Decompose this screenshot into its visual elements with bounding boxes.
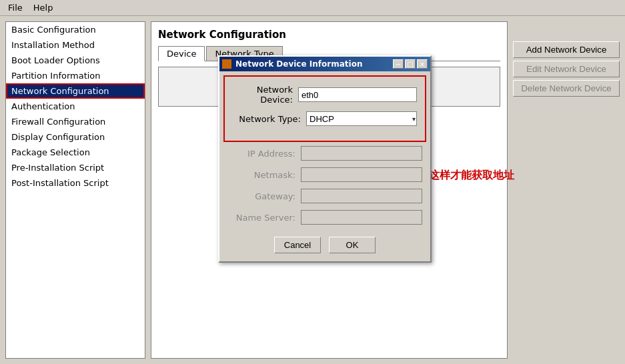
- tab-device[interactable]: Device: [158, 46, 205, 61]
- netmask-row: Netmask:: [227, 167, 422, 182]
- sidebar: Basic Configuration Installation Method …: [5, 21, 145, 359]
- dialog-icon: [222, 59, 231, 69]
- ip-address-label: IP Address:: [227, 149, 301, 159]
- network-device-label: Network Device:: [233, 85, 298, 105]
- dialog-footer: Cancel OK: [219, 231, 430, 261]
- dialog-content: Network Device: Network Type: DHCP Stati…: [223, 75, 426, 142]
- name-server-input[interactable]: [301, 210, 422, 225]
- dialog-network-device: Network Device Information − □ ✕ Network…: [218, 55, 432, 263]
- netmask-label: Netmask:: [227, 170, 301, 180]
- dialog-maximize-button[interactable]: □: [405, 59, 416, 69]
- dialog-minimize-button[interactable]: −: [393, 59, 404, 69]
- ok-button[interactable]: OK: [329, 237, 376, 253]
- sidebar-item-network-configuration[interactable]: Network Configuration: [6, 83, 145, 99]
- network-type-label: Network Type:: [233, 114, 306, 124]
- sidebar-item-installation-method[interactable]: Installation Method: [6, 37, 145, 53]
- network-type-select-wrapper: DHCP Static ▾: [306, 111, 417, 126]
- network-device-input[interactable]: [298, 87, 417, 102]
- menu-help[interactable]: Help: [28, 1, 59, 14]
- network-device-row: Network Device:: [233, 85, 417, 105]
- network-type-select[interactable]: DHCP Static: [306, 111, 417, 126]
- dialog-close-button[interactable]: ✕: [417, 59, 428, 69]
- dialog-controls: − □ ✕: [393, 59, 428, 69]
- dialog-title-text: Network Device Information: [235, 59, 362, 69]
- ip-address-row: IP Address:: [227, 146, 422, 161]
- gateway-label: Gateway:: [227, 191, 301, 201]
- delete-network-device-button[interactable]: Delete Network Device: [513, 80, 620, 97]
- sidebar-item-partition-information[interactable]: Partition Information: [6, 68, 145, 83]
- sidebar-item-pre-installation-script[interactable]: Pre-Installation Script: [6, 160, 145, 175]
- gateway-row: Gateway:: [227, 189, 422, 203]
- dialog-titlebar: Network Device Information − □ ✕: [219, 57, 430, 71]
- sidebar-item-basic-configuration[interactable]: Basic Configuration: [6, 22, 145, 37]
- buttons-panel: Add Network Device Edit Network Device D…: [513, 21, 620, 359]
- sidebar-item-boot-loader-options[interactable]: Boot Loader Options: [6, 53, 145, 68]
- dialog-overlay: Network Device Information − □ ✕ Network…: [218, 55, 432, 263]
- network-type-row: Network Type: DHCP Static ▾: [233, 111, 417, 126]
- content-area: Network Configuration Device Network Typ…: [151, 21, 508, 359]
- disabled-fields: IP Address: Netmask: Gateway: Name Serve…: [219, 146, 430, 225]
- sidebar-item-display-configuration[interactable]: Display Configuration: [6, 129, 145, 145]
- add-network-device-button[interactable]: Add Network Device: [513, 41, 620, 58]
- sidebar-item-firewall-configuration[interactable]: Firewall Configuration: [6, 114, 145, 129]
- dialog-title-area: Network Device Information: [222, 59, 362, 69]
- main-container: Basic Configuration Installation Method …: [0, 16, 625, 364]
- menu-file[interactable]: File: [3, 1, 28, 14]
- cancel-button[interactable]: Cancel: [274, 237, 321, 253]
- edit-network-device-button[interactable]: Edit Network Device: [513, 61, 620, 77]
- netmask-input[interactable]: [301, 167, 422, 182]
- page-title: Network Configuration: [158, 29, 500, 41]
- menubar: File Help: [0, 0, 625, 16]
- sidebar-item-post-installation-script[interactable]: Post-Installation Script: [6, 175, 145, 191]
- ip-address-input[interactable]: [301, 146, 422, 161]
- sidebar-item-authentication[interactable]: Authentication: [6, 99, 145, 114]
- sidebar-item-package-selection[interactable]: Package Selection: [6, 145, 145, 160]
- gateway-input[interactable]: [301, 189, 422, 203]
- name-server-label: Name Server:: [227, 213, 301, 223]
- name-server-row: Name Server:: [227, 210, 422, 225]
